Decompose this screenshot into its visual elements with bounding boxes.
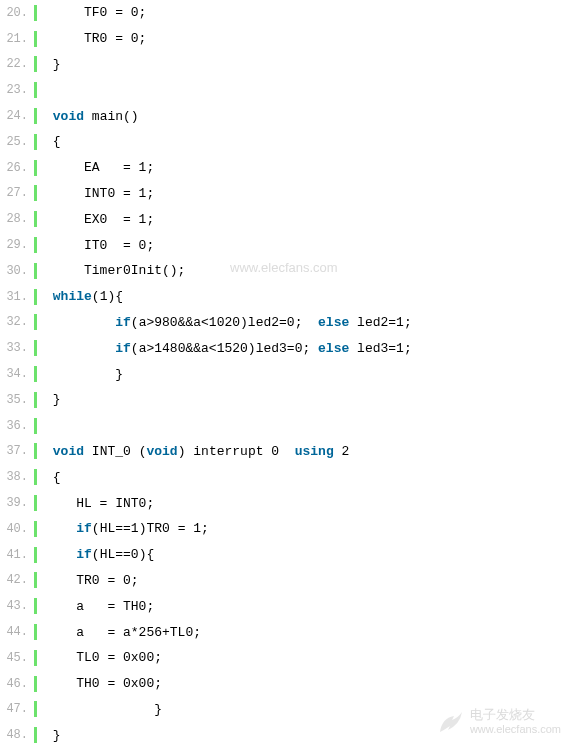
code-content: void INT_0 (void) interrupt 0 using 2 <box>45 444 349 459</box>
code-content: Timer0Init(); <box>45 263 185 278</box>
gutter-bar <box>34 469 37 485</box>
code-content: a = a*256+TL0; <box>45 625 201 640</box>
code-content: TR0 = 0; <box>45 31 146 46</box>
gutter-bar <box>34 650 37 666</box>
line-number: 35. <box>0 393 34 407</box>
gutter-bar <box>34 340 37 356</box>
code-content: void main() <box>45 109 139 124</box>
code-line: 44. a = a*256+TL0; <box>0 619 571 645</box>
line-number: 21. <box>0 32 34 46</box>
gutter-bar <box>34 289 37 305</box>
line-number: 31. <box>0 290 34 304</box>
code-content: } <box>45 367 123 382</box>
line-number: 33. <box>0 341 34 355</box>
gutter-bar <box>34 547 37 563</box>
code-content: TL0 = 0x00; <box>45 650 162 665</box>
gutter-bar <box>34 392 37 408</box>
code-line: 46. TH0 = 0x00; <box>0 671 571 697</box>
line-number: 22. <box>0 57 34 71</box>
code-content: while(1){ <box>45 289 123 304</box>
gutter-bar <box>34 185 37 201</box>
code-line: 28. EX0 = 1; <box>0 206 571 232</box>
code-line: 25. { <box>0 129 571 155</box>
code-content: } <box>45 57 61 72</box>
line-number: 27. <box>0 186 34 200</box>
code-content: HL = INT0; <box>45 496 154 511</box>
code-line: 41. if(HL==0){ <box>0 542 571 568</box>
gutter-bar <box>34 676 37 692</box>
code-listing: 20. TF0 = 0;21. TR0 = 0;22. }23.24. void… <box>0 0 571 748</box>
line-number: 45. <box>0 651 34 665</box>
code-line: 36. <box>0 413 571 439</box>
gutter-bar <box>34 31 37 47</box>
line-number: 47. <box>0 702 34 716</box>
line-number: 44. <box>0 625 34 639</box>
code-line: 43. a = TH0; <box>0 593 571 619</box>
code-content: if(a>980&&a<1020)led2=0; else led2=1; <box>45 315 412 330</box>
code-line: 23. <box>0 77 571 103</box>
line-number: 46. <box>0 677 34 691</box>
line-number: 29. <box>0 238 34 252</box>
line-number: 32. <box>0 315 34 329</box>
code-content: } <box>45 392 61 407</box>
code-line: 32. if(a>980&&a<1020)led2=0; else led2=1… <box>0 310 571 336</box>
line-number: 34. <box>0 367 34 381</box>
line-number: 28. <box>0 212 34 226</box>
gutter-bar <box>34 366 37 382</box>
footer-url: www.elecfans.com <box>470 723 561 736</box>
gutter-bar <box>34 598 37 614</box>
line-number: 42. <box>0 573 34 587</box>
gutter-bar <box>34 108 37 124</box>
code-content: { <box>45 134 61 149</box>
line-number: 36. <box>0 419 34 433</box>
code-line: 21. TR0 = 0; <box>0 26 571 52</box>
gutter-bar <box>34 443 37 459</box>
gutter-bar <box>34 263 37 279</box>
line-number: 38. <box>0 470 34 484</box>
code-content: if(a>1480&&a<1520)led3=0; else led3=1; <box>45 341 412 356</box>
code-line: 24. void main() <box>0 103 571 129</box>
gutter-bar <box>34 82 37 98</box>
code-content: if(HL==1)TR0 = 1; <box>45 521 209 536</box>
code-line: 31. while(1){ <box>0 284 571 310</box>
gutter-bar <box>34 701 37 717</box>
code-line: 39. HL = INT0; <box>0 490 571 516</box>
code-line: 42. TR0 = 0; <box>0 568 571 594</box>
line-number: 23. <box>0 83 34 97</box>
code-content: EX0 = 1; <box>45 212 154 227</box>
code-line: 34. } <box>0 361 571 387</box>
code-content: EA = 1; <box>45 160 154 175</box>
code-line: 35. } <box>0 387 571 413</box>
code-content: TH0 = 0x00; <box>45 676 162 691</box>
gutter-bar <box>34 495 37 511</box>
code-content: { <box>45 470 61 485</box>
gutter-bar <box>34 5 37 21</box>
line-number: 20. <box>0 6 34 20</box>
line-number: 25. <box>0 135 34 149</box>
code-line: 37. void INT_0 (void) interrupt 0 using … <box>0 439 571 465</box>
code-content: if(HL==0){ <box>45 547 154 562</box>
line-number: 48. <box>0 728 34 742</box>
gutter-bar <box>34 160 37 176</box>
code-content: } <box>45 702 162 717</box>
code-line: 26. EA = 1; <box>0 155 571 181</box>
line-number: 37. <box>0 444 34 458</box>
code-content: TF0 = 0; <box>45 5 146 20</box>
footer-cn: 电子发烧友 <box>470 707 561 723</box>
gutter-bar <box>34 521 37 537</box>
line-number: 39. <box>0 496 34 510</box>
code-content: a = TH0; <box>45 599 154 614</box>
code-line: 45. TL0 = 0x00; <box>0 645 571 671</box>
code-line: 22. } <box>0 52 571 78</box>
code-content: TR0 = 0; <box>45 573 139 588</box>
code-content: IT0 = 0; <box>45 238 154 253</box>
line-number: 41. <box>0 548 34 562</box>
gutter-bar <box>34 56 37 72</box>
code-line: 27. INT0 = 1; <box>0 181 571 207</box>
code-line: 33. if(a>1480&&a<1520)led3=0; else led3=… <box>0 335 571 361</box>
gutter-bar <box>34 624 37 640</box>
footer-logo: 电子发烧友 www.elecfans.com <box>436 707 561 736</box>
gutter-bar <box>34 572 37 588</box>
code-content: } <box>45 728 61 743</box>
code-line: 29. IT0 = 0; <box>0 232 571 258</box>
